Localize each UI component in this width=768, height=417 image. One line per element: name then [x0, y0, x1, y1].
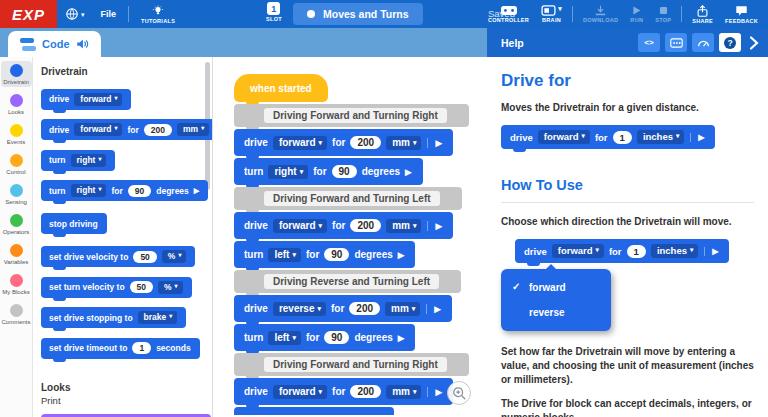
category-looks[interactable]: Looks — [1, 91, 32, 117]
dropdown-reverse[interactable]: reverse▾ — [273, 302, 326, 316]
dropdown-mm[interactable]: mm▾ — [177, 123, 209, 136]
device-info-button[interactable] — [665, 33, 687, 52]
block-drive[interactable]: driveforward▾for200mm▾▶ — [234, 129, 453, 156]
expand-arrow-icon[interactable]: ▶ — [427, 387, 442, 397]
collapse-panel-chevron[interactable] — [748, 35, 760, 51]
dropdown-%[interactable]: %▾ — [158, 281, 183, 294]
value-input[interactable]: 90 — [324, 248, 349, 261]
expand-arrow-icon[interactable]: ▶ — [398, 333, 405, 343]
dropdown-mm[interactable]: mm▾ — [386, 219, 421, 233]
file-menu[interactable]: File — [101, 9, 117, 19]
block-drive[interactable]: driveforward▾for200mm▾▶ — [234, 378, 453, 405]
block-drive[interactable]: drivereverse▾for200mm▾▶ — [234, 295, 452, 322]
category-sensing[interactable]: Sensing — [1, 181, 32, 207]
block-palette[interactable]: Drivetraindriveforward▾driveforward▾for2… — [33, 57, 213, 417]
project-name-button[interactable]: Moves and Turns — [293, 3, 423, 25]
dropdown-mm[interactable]: mm▾ — [386, 385, 421, 399]
category-comments[interactable]: Comments — [1, 301, 32, 327]
coding-workspace[interactable]: when startedDriving Forward and Turning … — [214, 57, 487, 417]
dropdown-mm[interactable]: mm▾ — [386, 136, 421, 150]
controller-button[interactable]: CONTROLLER — [488, 5, 529, 23]
block-turn[interactable]: turnright▾for90degrees▶ — [41, 180, 208, 201]
expand-arrow-icon[interactable]: ▶ — [690, 133, 704, 142]
dropdown-mm[interactable]: mm▾ — [385, 302, 420, 316]
dropdown-left[interactable]: left▾ — [268, 331, 301, 345]
block-drive[interactable]: driveforward▾for1inches▾▶ — [515, 239, 729, 263]
comment-block[interactable]: Driving Forward and Turning Left — [234, 187, 462, 210]
category-operators[interactable]: Operators — [1, 211, 32, 237]
category-drivetrain[interactable]: Drivetrain — [1, 61, 32, 87]
expand-arrow-icon[interactable]: ▶ — [427, 221, 442, 231]
code-view-button[interactable]: <> — [638, 33, 660, 52]
dropdown-brake[interactable]: brake▾ — [138, 311, 178, 324]
dropdown-forward[interactable]: forward▾ — [74, 123, 122, 136]
block-turn[interactable]: turnleft▾for90degrees▶ — [234, 241, 415, 268]
value-input[interactable]: 200 — [350, 385, 381, 398]
expand-arrow-icon[interactable]: ▶ — [427, 138, 442, 148]
expand-arrow-icon[interactable]: ▶ — [704, 247, 718, 256]
block-set-drive-stopping-to[interactable]: set drive stopping tobrake▾ — [41, 307, 186, 328]
dropdown-forward[interactable]: forward▾ — [74, 93, 122, 106]
value-input[interactable]: 200 — [144, 124, 172, 136]
dropdown-%[interactable]: %▾ — [162, 250, 187, 263]
zoom-in-button[interactable] — [447, 381, 471, 405]
help-button[interactable]: ? — [719, 33, 741, 52]
block-set-drive-timeout-to[interactable]: set drive timeout to1seconds — [41, 338, 200, 359]
value-input[interactable]: 50 — [130, 281, 153, 293]
stop-button[interactable]: STOP — [655, 5, 671, 23]
dropdown-forward[interactable]: forward▾ — [273, 136, 327, 150]
value-input[interactable]: 200 — [349, 302, 380, 315]
partial-block[interactable] — [234, 407, 394, 415]
brain-button[interactable]: ▾ BRAIN — [541, 5, 562, 23]
category-control[interactable]: Control — [1, 151, 32, 177]
dropdown-right[interactable]: right▾ — [71, 184, 107, 197]
menu-option-reverse[interactable]: reverse — [501, 300, 611, 325]
dropdown-forward[interactable]: forward▾ — [552, 244, 604, 258]
block-stop-driving[interactable]: stop driving — [41, 213, 107, 234]
help-panel-content[interactable]: Drive for Moves the Drivetrain for a giv… — [487, 57, 768, 417]
block-drive[interactable]: driveforward▾for200mm▾▶ — [41, 119, 213, 140]
value-input[interactable]: 200 — [350, 219, 381, 232]
block-turn[interactable]: turnleft▾for90degrees▶ — [234, 324, 415, 351]
speaker-icon[interactable] — [76, 38, 89, 50]
dropdown-right[interactable]: right▾ — [268, 165, 308, 179]
category-variables[interactable]: Variables — [1, 241, 32, 267]
download-button[interactable]: DOWNLOAD — [583, 5, 618, 23]
expand-arrow-icon[interactable]: ▶ — [194, 186, 200, 195]
dropdown-inches[interactable]: inches▾ — [637, 130, 684, 144]
dropdown-inches[interactable]: inches▾ — [651, 244, 698, 258]
menu-option-forward[interactable]: ✓forward — [501, 275, 611, 300]
dropdown-forward[interactable]: forward▾ — [273, 219, 327, 233]
value-input[interactable]: 1 — [613, 131, 632, 144]
category-my-blocks[interactable]: My Blocks — [1, 271, 32, 297]
when-started-block[interactable]: when started — [234, 74, 328, 102]
value-input[interactable]: 50 — [133, 251, 156, 263]
block-drive[interactable]: driveforward▾for1inches▾▶ — [501, 125, 715, 149]
comment-block[interactable]: Driving Reverse and Turning Left — [234, 270, 461, 293]
expand-arrow-icon[interactable]: ▶ — [426, 304, 441, 314]
comment-block[interactable]: Driving Forward and Turning Right — [234, 353, 469, 376]
dropdown-right[interactable]: right▾ — [71, 154, 107, 167]
comment-block[interactable]: Driving Forward and Turning Right — [234, 104, 469, 127]
block-set-drive-velocity-to[interactable]: set drive velocity to50%▾ — [41, 246, 195, 267]
value-input[interactable]: 90 — [332, 165, 357, 178]
value-input[interactable]: 200 — [350, 136, 381, 149]
value-input[interactable]: 1 — [627, 245, 646, 258]
slot-selector[interactable]: 1 SLOT — [266, 2, 282, 22]
dropdown-left[interactable]: left▾ — [268, 248, 301, 262]
dropdown-forward[interactable]: forward▾ — [273, 385, 327, 399]
share-button[interactable]: SHARE — [692, 5, 713, 24]
code-tab[interactable]: Code — [8, 31, 101, 57]
language-button[interactable]: ▾ — [65, 7, 85, 21]
dropdown-forward[interactable]: forward▾ — [538, 130, 590, 144]
value-input[interactable]: 90 — [324, 331, 349, 344]
block-drive[interactable]: driveforward▾for200mm▾▶ — [234, 212, 453, 239]
block-turn[interactable]: turnright▾for90degrees▶ — [234, 158, 423, 185]
block-drive[interactable]: driveforward▾ — [41, 89, 131, 110]
dashboard-button[interactable] — [692, 33, 714, 52]
run-button[interactable]: RUN — [630, 5, 643, 23]
value-input[interactable]: 90 — [128, 185, 151, 197]
expand-arrow-icon[interactable]: ▶ — [405, 167, 412, 177]
value-input[interactable]: 1 — [132, 342, 151, 354]
expand-arrow-icon[interactable]: ▶ — [398, 250, 405, 260]
